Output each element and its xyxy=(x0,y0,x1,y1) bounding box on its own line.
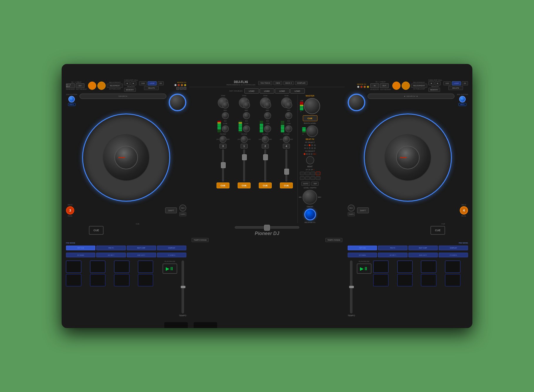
left-merge-led-1[interactable] xyxy=(174,84,177,86)
left-jog-inner[interactable] xyxy=(103,134,150,181)
right-loop-1-10[interactable]: 1/10 xyxy=(443,81,451,85)
left-pad-8[interactable] xyxy=(138,274,153,286)
right-tempo-slider[interactable] xyxy=(350,261,352,313)
fx2-dot2[interactable] xyxy=(311,147,313,149)
left-merge-btn-2[interactable] xyxy=(180,87,183,90)
right-in-btn[interactable]: IN xyxy=(370,83,379,88)
left-merge-led-4[interactable] xyxy=(184,84,186,86)
ch3-hi-knob[interactable] xyxy=(222,102,229,109)
ch1-filter-knob[interactable] xyxy=(241,136,248,143)
beat-1-2[interactable] xyxy=(305,172,310,175)
left-orange-btn1[interactable] xyxy=(88,82,96,90)
left-tempo-slider[interactable] xyxy=(182,261,184,313)
left-pad-keyboard[interactable]: KEY BOARD xyxy=(66,253,95,257)
ch4-fader-thumb[interactable] xyxy=(284,169,289,175)
ch1-low-knob[interactable] xyxy=(243,125,250,132)
left-memory-btn[interactable]: MEMORY xyxy=(124,88,136,92)
right-shift-btn[interactable]: SHIFT xyxy=(357,207,369,213)
left-merge-btn-1[interactable] xyxy=(176,87,179,90)
fx1-dot3[interactable] xyxy=(314,144,316,146)
left-cue-btn[interactable]: CUE xyxy=(89,226,104,235)
right-pad-1[interactable] xyxy=(373,261,388,273)
ch3-low-knob[interactable] xyxy=(222,125,229,132)
beat-fx-on-off[interactable] xyxy=(304,209,316,220)
load-btn-ch4[interactable]: LOAD xyxy=(290,88,305,94)
ch2-cue-btn[interactable]: CUE xyxy=(259,183,272,188)
ch1-hi-knob[interactable] xyxy=(243,102,250,109)
left-shift-btn[interactable]: SHIFT xyxy=(165,207,177,213)
right-pad-beat-jump[interactable]: BEAT JUMP xyxy=(408,246,438,250)
deck4-btn[interactable]: DECK 4 xyxy=(283,81,294,85)
left-play-pause-btn[interactable]: ▶⏸ xyxy=(163,263,177,274)
right-pad-7[interactable] xyxy=(421,274,436,286)
left-search-knob[interactable]: SEARCH xyxy=(80,94,166,99)
view-btn[interactable]: VIEW xyxy=(273,81,282,85)
ch2-hi-knob[interactable] xyxy=(264,102,271,109)
beat-4[interactable] xyxy=(300,176,305,180)
right-pad-3[interactable] xyxy=(421,261,436,273)
ch1-cue-btn[interactable]: CUE xyxy=(238,183,251,188)
ch4-filter-knob[interactable] xyxy=(283,136,290,143)
ch-sel-dot3[interactable] xyxy=(308,153,310,155)
left-rec-btn[interactable]: REC xyxy=(179,205,186,212)
ch3-cue-btn[interactable]: CUE xyxy=(217,183,229,188)
left-pad-key-brip[interactable]: • KEY BRI P • xyxy=(96,253,126,257)
left-pad-sampler[interactable]: SAMPLER xyxy=(157,246,186,250)
left-tempo-range-btn[interactable]: TEMPO xyxy=(179,212,186,216)
left-loop-2x[interactable]: 2X xyxy=(158,81,164,85)
master-knob[interactable] xyxy=(304,98,320,114)
right-jog-center[interactable] xyxy=(396,146,420,169)
auto-btn[interactable]: AUTO xyxy=(301,182,310,186)
left-cue-large-knob[interactable] xyxy=(66,219,87,239)
left-cue-loop-right[interactable]: ► xyxy=(131,81,136,85)
ch1-mid-knob[interactable] xyxy=(243,112,250,119)
right-delete-btn[interactable]: DELETE xyxy=(448,86,463,90)
right-cue-btn[interactable]: CUE xyxy=(430,226,445,235)
right-search-knob[interactable]: ◄ SEARCH ► xyxy=(368,94,454,99)
fx2-dot3[interactable] xyxy=(314,147,316,149)
sampler-btn[interactable]: SAMPLER xyxy=(295,81,307,85)
right-pad-8[interactable] xyxy=(445,274,460,286)
tap-btn[interactable]: TAP xyxy=(311,182,319,186)
ch2-mid-knob[interactable] xyxy=(264,112,271,119)
ch2-fader-thumb[interactable] xyxy=(263,154,268,160)
left-pad-6[interactable] xyxy=(90,274,105,286)
right-pad-key-brip[interactable]: • KEY BRI P • xyxy=(378,253,407,257)
right-memory-btn[interactable]: MEMORY xyxy=(428,88,440,92)
ch3-filter-knob[interactable] xyxy=(219,136,227,143)
right-deck-number[interactable]: 4 xyxy=(460,206,468,214)
load-btn-ch2[interactable]: LOAD xyxy=(275,88,290,94)
fx1-dot1[interactable] xyxy=(309,144,310,146)
beat-1-4[interactable] xyxy=(300,172,305,175)
right-pad-beat-loop[interactable]: BEAT LOOP P xyxy=(408,253,438,257)
left-pad-fx[interactable]: PAD FX xyxy=(96,246,126,250)
tag-track-btn[interactable]: TAG TRACK xyxy=(258,81,272,85)
left-pad-3[interactable] xyxy=(114,261,129,273)
left-cue-loop-left[interactable]: ◄ xyxy=(124,81,130,85)
right-merge-led-4[interactable] xyxy=(367,86,369,88)
ch4-hi-knob[interactable] xyxy=(285,102,292,109)
beat-1[interactable] xyxy=(316,172,320,175)
load-btn-ch3[interactable]: LOAD xyxy=(244,88,259,94)
ch3-mid-knob[interactable] xyxy=(222,112,229,119)
ch3-fader[interactable] xyxy=(222,149,224,182)
booth-knob[interactable] xyxy=(306,125,318,137)
ch1-fader[interactable] xyxy=(243,149,245,182)
left-large-blue-knob[interactable] xyxy=(169,94,186,111)
ch-select-btn[interactable] xyxy=(306,156,314,164)
crossfader-thumb[interactable] xyxy=(264,225,270,231)
right-pad-4[interactable] xyxy=(445,261,460,273)
ch4-cue-btn[interactable]: CUE xyxy=(280,183,293,188)
fx1-dot2[interactable] xyxy=(311,144,313,146)
left-merge-led-3[interactable] xyxy=(181,84,183,86)
level-depth-knob[interactable] xyxy=(303,190,317,205)
right-pad-keyboard[interactable]: KEY BOARD xyxy=(348,253,377,257)
mixer-tempo-range-right[interactable]: TEMPO RANGE xyxy=(325,238,342,242)
right-rec-btn[interactable]: REC xyxy=(348,205,355,212)
left-in-btn[interactable]: IN / ÷4 BEAT xyxy=(66,83,75,88)
beat-8[interactable] xyxy=(305,176,310,180)
ch3-fader-thumb[interactable] xyxy=(221,162,226,168)
right-merge-led-3[interactable] xyxy=(364,86,366,88)
beat-16[interactable] xyxy=(310,176,315,180)
left-pad-2[interactable] xyxy=(90,261,105,273)
